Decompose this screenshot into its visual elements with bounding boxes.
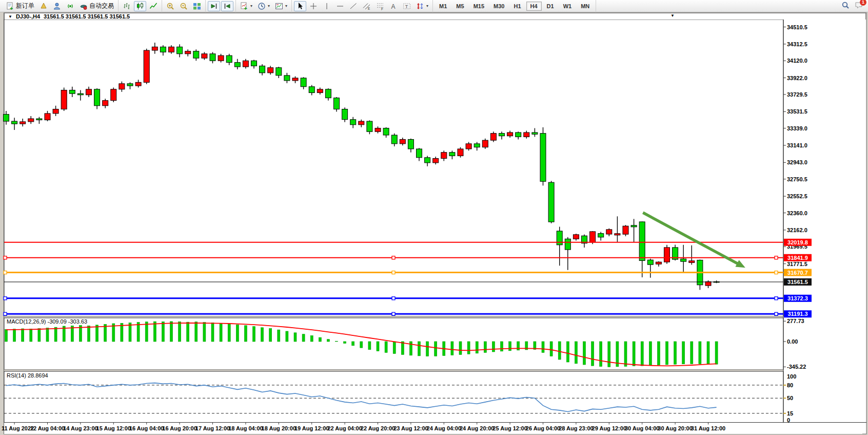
line-handle[interactable] xyxy=(4,256,7,259)
candle-body xyxy=(615,234,620,235)
templates-button[interactable]: ▾ xyxy=(273,1,289,11)
line-handle[interactable] xyxy=(392,297,395,300)
line-handle[interactable] xyxy=(4,271,7,274)
price-tick-label: 33922.0 xyxy=(787,75,807,81)
main-toolbar: +新订单自动交易+▾▾▾EFAT▾M1M5M15M30H1H4D1W1MN1 xyxy=(0,0,868,12)
candle-body xyxy=(292,78,298,81)
timeframe-h4-button[interactable]: H4 xyxy=(526,2,542,11)
notifications-button[interactable]: 1 xyxy=(855,1,863,11)
svg-text:A: A xyxy=(391,3,396,10)
crosshair-button[interactable] xyxy=(307,1,320,11)
zoom-in-button[interactable] xyxy=(164,1,176,11)
macd-bar xyxy=(310,336,313,342)
cursor-button[interactable] xyxy=(294,1,306,11)
macd-bar xyxy=(707,342,709,364)
news-signal-button[interactable] xyxy=(64,1,76,11)
time-tick-label: 18 Aug 04:00 xyxy=(228,425,263,431)
price-axis[interactable]: 34510.534312.534120.033922.033729.533531… xyxy=(783,24,807,267)
macd-bar xyxy=(566,342,569,362)
line-handle[interactable] xyxy=(775,297,778,300)
channel-button[interactable]: E xyxy=(361,1,373,11)
trendline-button[interactable] xyxy=(347,1,360,11)
macd-bar xyxy=(591,342,594,366)
candle-chart-button[interactable] xyxy=(134,1,146,11)
candle-body xyxy=(127,84,133,86)
toolbar-group-scroll xyxy=(206,0,236,12)
autotrade-button[interactable]: 自动交易 xyxy=(77,1,116,11)
timeframe-m1-button[interactable]: M1 xyxy=(435,2,451,11)
line-handle[interactable] xyxy=(392,256,395,259)
candle-body xyxy=(103,101,108,106)
zoom-out-button[interactable] xyxy=(177,1,190,11)
auto-scroll-button[interactable] xyxy=(208,1,220,11)
macd-bar xyxy=(88,326,90,342)
candle-body xyxy=(309,87,314,93)
timeframe-d1-button[interactable]: D1 xyxy=(543,2,558,11)
macd-bar xyxy=(476,342,478,353)
macd-bar xyxy=(649,342,652,366)
profile-button[interactable] xyxy=(51,1,63,11)
candle-body xyxy=(28,119,34,122)
svg-text:+: + xyxy=(10,5,13,10)
zoom-out-icon xyxy=(180,2,188,10)
vertical-line-button[interactable] xyxy=(321,1,333,11)
chart-title-bar[interactable]: ▼ DJ30-,H4 31561.5 31561.5 31561.5 31561… xyxy=(4,13,866,20)
horizontal-line-button[interactable] xyxy=(334,1,346,11)
panel-splitter[interactable] xyxy=(4,316,783,318)
bar-chart-icon xyxy=(123,2,131,10)
periods-button[interactable]: ▾ xyxy=(255,1,272,11)
line-handle[interactable] xyxy=(392,271,395,274)
search-button[interactable] xyxy=(841,1,850,11)
line-handle[interactable] xyxy=(392,312,395,315)
chevron-down-icon[interactable]: ▼ xyxy=(8,14,12,19)
line-handle[interactable] xyxy=(775,271,778,274)
indicators-button[interactable]: +▾ xyxy=(238,1,254,11)
chart-shift-button[interactable] xyxy=(221,1,233,11)
time-axis[interactable]: 11 Aug 202212 Aug 04:0014 Aug 23:0015 Au… xyxy=(2,423,866,434)
timeframe-m30-button[interactable]: M30 xyxy=(489,2,508,11)
timeframe-w1-button[interactable]: W1 xyxy=(559,2,576,11)
rsi-panel[interactable] xyxy=(4,371,783,423)
label-button[interactable]: T xyxy=(401,1,413,11)
macd-bar xyxy=(145,322,148,342)
dropdown-arrow-icon[interactable]: ▾ xyxy=(268,4,270,8)
line-handle[interactable] xyxy=(775,256,778,259)
panel-splitter[interactable] xyxy=(4,370,783,372)
macd-bar xyxy=(451,342,453,355)
tile-windows-button[interactable] xyxy=(191,1,203,11)
line-handle[interactable] xyxy=(4,297,7,300)
macd-bar xyxy=(385,342,387,352)
macd-header: MACD(12,26,9) -309.09 -303.63 xyxy=(7,318,87,325)
macd-bar xyxy=(336,341,338,342)
macd-bar xyxy=(344,342,346,344)
line-handle[interactable] xyxy=(4,312,7,315)
toolbar-group-zoom xyxy=(162,0,206,12)
candle-body xyxy=(12,121,17,124)
arrows-button[interactable]: ▾ xyxy=(414,1,430,11)
price-badge-label: 31670.7 xyxy=(787,270,808,276)
notification-badge: 1 xyxy=(860,0,866,6)
line-handle[interactable] xyxy=(775,312,778,315)
dropdown-arrow-icon[interactable]: ▾ xyxy=(285,4,287,8)
timeframe-m15-button[interactable]: M15 xyxy=(469,2,488,11)
candle-body xyxy=(606,230,612,234)
price-badge-label: 31372.3 xyxy=(787,295,808,301)
timeframe-m5-button[interactable]: M5 xyxy=(452,2,468,11)
price-badge-label: 32019.8 xyxy=(787,239,808,245)
dropdown-arrow-icon[interactable]: ▾ xyxy=(426,4,428,8)
text-button[interactable]: A xyxy=(387,1,400,11)
price-tick-label: 33339.0 xyxy=(787,125,807,131)
candle-body xyxy=(185,51,191,54)
timeframe-h1-button[interactable]: H1 xyxy=(509,2,525,11)
fibonacci-button[interactable]: F xyxy=(374,1,386,11)
chart-shift-marker-icon[interactable]: ▼ xyxy=(670,13,675,18)
new-order-button[interactable]: +新订单 xyxy=(4,1,36,11)
time-tick-label: 28 Aug 23:00 xyxy=(559,425,593,431)
timeframe-mn-button[interactable]: MN xyxy=(577,2,594,11)
bar-chart-button[interactable] xyxy=(121,1,133,11)
chart-canvas[interactable]: 34510.534312.534120.033922.033729.533531… xyxy=(0,0,868,435)
macd-bar xyxy=(38,329,41,342)
styler-button[interactable] xyxy=(37,1,50,11)
line-chart-button[interactable] xyxy=(147,1,160,11)
dropdown-arrow-icon[interactable]: ▾ xyxy=(250,4,252,8)
